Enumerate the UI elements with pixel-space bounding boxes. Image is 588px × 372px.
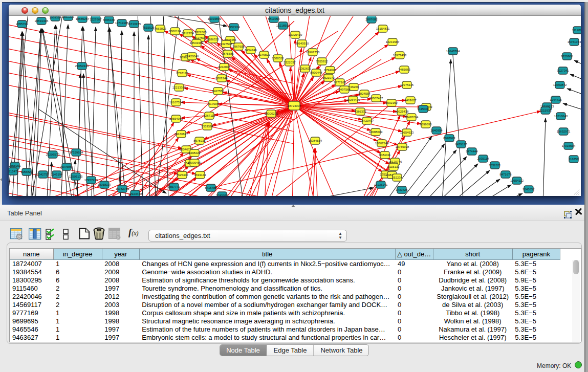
svg-text:7632621: 7632621 — [489, 164, 501, 167]
svg-text:12213369: 12213369 — [172, 86, 186, 89]
svg-text:12213987: 12213987 — [386, 40, 400, 43]
svg-text:3915471: 3915471 — [9, 170, 19, 173]
svg-text:6479197: 6479197 — [455, 143, 467, 146]
svg-text:10025438: 10025438 — [395, 110, 409, 113]
svg-text:16648784: 16648784 — [446, 50, 460, 53]
svg-text:15692971: 15692971 — [557, 130, 571, 133]
svg-text:8186323: 8186323 — [207, 38, 219, 41]
svg-text:9657771: 9657771 — [168, 185, 180, 188]
svg-text:2655001: 2655001 — [9, 164, 21, 167]
svg-text:10807487: 10807487 — [369, 97, 383, 100]
svg-text:8990448: 8990448 — [310, 71, 322, 74]
svg-text:9115132: 9115132 — [388, 165, 400, 168]
svg-text:10973493: 10973493 — [393, 54, 407, 57]
svg-text:10688609: 10688609 — [369, 130, 383, 134]
svg-text:1621072: 1621072 — [322, 76, 335, 79]
svg-text:9699695: 9699695 — [420, 123, 432, 126]
svg-text:5353594: 5353594 — [201, 125, 213, 128]
svg-text:7515526: 7515526 — [142, 26, 155, 29]
svg-text:9227341: 9227341 — [557, 69, 569, 72]
svg-text:1640954: 1640954 — [430, 129, 443, 132]
svg-text:8860124: 8860124 — [169, 30, 181, 33]
svg-text:12093872: 12093872 — [553, 83, 567, 86]
svg-text:1156829: 1156829 — [21, 170, 33, 173]
svg-text:2803144: 2803144 — [215, 77, 228, 80]
svg-text:13325419: 13325419 — [289, 33, 302, 36]
svg-text:1362635: 1362635 — [299, 67, 311, 70]
svg-text:1588520: 1588520 — [272, 57, 284, 60]
svg-text:1527607: 1527607 — [90, 18, 102, 21]
svg-text:19384554: 19384554 — [309, 139, 322, 142]
svg-text:18640910: 18640910 — [295, 42, 309, 45]
svg-text:16782759: 16782759 — [116, 187, 129, 190]
svg-text:9474444: 9474444 — [466, 150, 478, 153]
svg-text:19654983: 19654983 — [169, 117, 183, 120]
svg-text:2935114: 2935114 — [477, 157, 490, 160]
svg-text:20206573: 20206573 — [46, 153, 60, 156]
svg-text:15751074: 15751074 — [568, 40, 581, 43]
svg-text:7625402: 7625402 — [176, 173, 188, 177]
svg-text:20691406: 20691406 — [35, 19, 49, 23]
svg-text:6497568: 6497568 — [338, 88, 351, 91]
svg-text:8471676: 8471676 — [499, 173, 512, 176]
svg-text:8427552: 8427552 — [212, 90, 224, 93]
svg-text:9115400: 9115400 — [418, 107, 430, 111]
svg-text:8454749: 8454749 — [245, 49, 257, 52]
svg-text:9329966: 9329966 — [561, 55, 573, 58]
svg-text:9463627: 9463627 — [404, 99, 417, 102]
svg-text:1112808: 1112808 — [572, 29, 581, 32]
svg-text:14136141: 14136141 — [374, 183, 388, 186]
svg-text:9084011: 9084011 — [379, 154, 391, 157]
svg-text:12505135: 12505135 — [69, 175, 83, 178]
svg-text:5322037: 5322037 — [284, 61, 296, 64]
svg-text:14099489: 14099489 — [188, 161, 202, 164]
svg-text:8912954: 8912954 — [182, 32, 194, 35]
svg-text:16033809: 16033809 — [208, 17, 222, 20]
svg-text:18724007: 18724007 — [288, 104, 301, 107]
svg-text:8678335: 8678335 — [193, 139, 206, 142]
svg-text:8813054: 8813054 — [268, 17, 280, 20]
svg-text:19958107: 19958107 — [98, 183, 112, 186]
svg-text:3215933: 3215933 — [539, 109, 552, 112]
svg-text:9245652: 9245652 — [522, 188, 535, 191]
svg-text:16543382: 16543382 — [190, 41, 204, 45]
svg-text:12923448: 12923448 — [128, 192, 142, 195]
svg-text:7663822: 7663822 — [154, 27, 166, 30]
svg-text:6794028: 6794028 — [324, 69, 336, 72]
svg-text:417006: 417006 — [208, 102, 219, 105]
svg-text:1145194: 1145194 — [51, 173, 63, 176]
svg-text:9322605: 9322605 — [194, 31, 207, 34]
svg-text:20975867: 20975867 — [60, 165, 74, 168]
svg-text:17016504: 17016504 — [562, 144, 576, 147]
svg-text:16713155: 16713155 — [127, 23, 141, 26]
svg-text:17957225: 17957225 — [84, 179, 98, 182]
svg-text:9092160: 9092160 — [385, 101, 398, 104]
svg-text:3267110: 3267110 — [204, 114, 216, 117]
svg-text:17359924: 17359924 — [70, 151, 83, 154]
svg-text:9146821: 9146821 — [258, 53, 270, 56]
svg-text:5716485: 5716485 — [205, 186, 217, 189]
svg-text:9245012: 9245012 — [216, 194, 228, 196]
svg-text:1861304: 1861304 — [62, 16, 74, 18]
svg-text:16210643: 16210643 — [554, 115, 568, 118]
svg-text:1069314: 1069314 — [49, 16, 61, 19]
svg-text:3242848: 3242848 — [218, 65, 230, 69]
svg-text:116753: 116753 — [569, 158, 579, 161]
svg-text:7955812: 7955812 — [316, 60, 328, 63]
svg-text:18720407: 18720407 — [360, 119, 374, 122]
svg-text:16107554: 16107554 — [169, 101, 183, 104]
svg-text:18495764: 18495764 — [405, 116, 419, 119]
svg-text:22420046: 22420046 — [185, 55, 199, 58]
svg-text:20364436: 20364436 — [346, 98, 360, 101]
svg-text:9498222: 9498222 — [188, 151, 201, 155]
svg-text:6466160: 6466160 — [103, 18, 115, 21]
svg-text:2967608: 2967608 — [232, 45, 245, 48]
svg-text:19166827: 19166827 — [175, 133, 188, 136]
svg-text:9327508: 9327508 — [220, 42, 232, 46]
svg-text:1342757: 1342757 — [37, 173, 49, 176]
svg-text:2055721: 2055721 — [16, 23, 28, 26]
svg-text:3824554: 3824554 — [358, 92, 371, 95]
svg-text:12975115: 12975115 — [400, 83, 414, 86]
svg-text:9777169: 9777169 — [334, 81, 346, 84]
svg-text:16961758: 16961758 — [306, 51, 320, 54]
